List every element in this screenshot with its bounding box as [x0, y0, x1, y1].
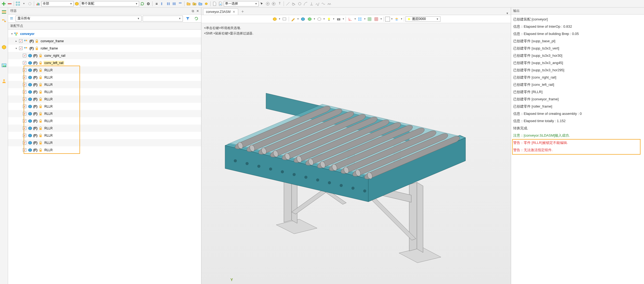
- tree-item-rllr[interactable]: ✓(F)RLLR: [8, 117, 201, 125]
- checkbox[interactable]: ✓: [23, 54, 26, 57]
- align-2-icon[interactable]: [166, 1, 171, 6]
- close-icon[interactable]: ✕: [233, 10, 235, 14]
- rail-user-icon[interactable]: [1, 77, 8, 84]
- tree-item-rllr[interactable]: ✓(F)RLLR: [8, 139, 201, 146]
- filter-combo[interactable]: 显示所有▼: [16, 16, 142, 22]
- arc-icon[interactable]: [303, 1, 308, 6]
- tree-item-rllr[interactable]: ✓(F)RLLR: [8, 110, 201, 117]
- close-panel-icon[interactable]: ✕: [196, 9, 199, 13]
- filter-combo-2[interactable]: ▼: [143, 16, 183, 22]
- align-1-icon[interactable]: [160, 1, 165, 6]
- tree-item-conv-left-rail[interactable]: ✓ (F) conv_left_rail: [8, 59, 201, 66]
- snap-pts-icon[interactable]: ⸚: [277, 1, 282, 6]
- layer-combo[interactable]: 图层0000 ▼: [406, 16, 440, 22]
- checkbox[interactable]: ✓: [19, 39, 23, 43]
- spline-icon[interactable]: [315, 1, 320, 6]
- checkbox[interactable]: ✓: [19, 47, 23, 50]
- doc2-icon[interactable]: [218, 1, 223, 6]
- tree-item-conveyor-frame[interactable]: ▸ ✓ (F) conveyor_frame: [8, 37, 201, 45]
- checkbox[interactable]: ✓: [23, 105, 26, 108]
- chart-icon[interactable]: [35, 1, 41, 6]
- output-body[interactable]: 已创建装配 [conveyor]信息：Elapsed time of Inter…: [511, 15, 644, 284]
- scope-combo[interactable]: 整个装配▼: [80, 1, 139, 6]
- tree-item-rllr[interactable]: ✓(F)RLLR: [8, 146, 201, 154]
- tree-item-rllr[interactable]: ✓(F)RLLR: [8, 125, 201, 132]
- checkbox[interactable]: ✓: [23, 148, 26, 152]
- folder-out-icon[interactable]: [192, 1, 197, 6]
- checkbox[interactable]: ✓: [23, 126, 26, 130]
- grid-off-icon[interactable]: [373, 16, 379, 22]
- align-left-icon[interactable]: ≡: [154, 1, 159, 6]
- checkbox[interactable]: ✓: [23, 134, 26, 137]
- checkbox[interactable]: ✓: [23, 68, 26, 72]
- checkbox[interactable]: ✓: [23, 76, 26, 79]
- folder-in-icon[interactable]: [198, 1, 203, 6]
- dropdown-icon[interactable]: ▼: [21, 1, 27, 6]
- tree-item-rllr[interactable]: ✓(F)RLLR: [8, 66, 201, 74]
- refresh-icon[interactable]: [140, 1, 145, 6]
- rail-cube-icon[interactable]: [1, 44, 8, 51]
- checkbox[interactable]: ✓: [23, 119, 26, 123]
- zigzag-icon[interactable]: [327, 1, 332, 6]
- doc-icon[interactable]: [212, 1, 217, 6]
- checkbox[interactable]: ✓: [23, 97, 26, 101]
- pencil-icon[interactable]: [290, 16, 296, 22]
- circle-icon[interactable]: [297, 1, 302, 6]
- collapse-icon[interactable]: ⧉: [192, 9, 194, 13]
- tree-root[interactable]: ▾ conveyor: [8, 30, 201, 37]
- cube-blue-icon[interactable]: [300, 16, 306, 22]
- circle-tool-icon[interactable]: [27, 1, 32, 6]
- folder-icon[interactable]: [186, 1, 191, 6]
- filter-all-combo[interactable]: 全部▼: [41, 1, 74, 6]
- pattern-icon[interactable]: [15, 1, 21, 6]
- grid-small-icon[interactable]: [357, 16, 363, 22]
- checkbox[interactable]: ✓: [23, 112, 26, 115]
- play-icon[interactable]: [271, 1, 276, 6]
- checkbox[interactable]: ✓: [23, 90, 26, 94]
- align-4-icon[interactable]: [178, 1, 183, 6]
- tree-item-rllr[interactable]: ✓(F)RLLR: [8, 132, 201, 139]
- line-icon[interactable]: [285, 1, 291, 6]
- view-screen-icon[interactable]: [281, 16, 287, 22]
- remove-icon[interactable]: [7, 1, 12, 6]
- checkbox[interactable]: ✓: [23, 83, 26, 86]
- align-3-icon[interactable]: [172, 1, 177, 6]
- show-icon[interactable]: [9, 16, 15, 21]
- expand-icon[interactable]: ▾: [15, 47, 18, 50]
- view-cube-icon[interactable]: [272, 16, 278, 22]
- checkbox[interactable]: ✓: [23, 61, 26, 65]
- tab-menu-icon[interactable]: ▼: [506, 12, 509, 15]
- tree-item-rllr[interactable]: ✓(F)RLLR: [8, 74, 201, 81]
- layers-icon[interactable]: [394, 16, 400, 22]
- cubes-icon[interactable]: [204, 1, 209, 6]
- tree-item-roller-frame[interactable]: ▾ ✓ (F) roller_frame: [8, 45, 201, 52]
- refresh-filter-icon[interactable]: [193, 15, 200, 22]
- tree-item-rllr[interactable]: ✓(F)RLLR: [8, 88, 201, 95]
- rail-image-icon[interactable]: [1, 62, 8, 69]
- funnel-icon[interactable]: [184, 15, 191, 22]
- rail-tree-icon[interactable]: [1, 9, 8, 16]
- tree-item-conv-right-rail[interactable]: ✓ (F) conv_right_rail: [8, 52, 201, 59]
- cube-yellow-icon[interactable]: [74, 1, 79, 6]
- expand-icon[interactable]: ▾: [10, 32, 13, 35]
- bulb-icon[interactable]: [326, 16, 332, 22]
- coord-icon[interactable]: [347, 16, 353, 22]
- color-swatch[interactable]: [385, 17, 390, 22]
- grid-on-icon[interactable]: [367, 16, 372, 22]
- tab-conveyor[interactable]: conveyor.Z3ASM ✕: [203, 8, 238, 15]
- cursor-icon[interactable]: [259, 1, 265, 6]
- tree-item-rllr[interactable]: ✓(F)RLLR: [8, 95, 201, 103]
- select-mode-combo[interactable]: 单一选择▼: [224, 1, 259, 6]
- expand-icon[interactable]: ▸: [15, 40, 18, 42]
- wave-icon[interactable]: [321, 1, 326, 6]
- perp-icon[interactable]: [309, 1, 314, 6]
- checkbox[interactable]: ✓: [23, 141, 26, 144]
- gear-icon[interactable]: ⚙: [146, 1, 151, 6]
- tree-item-rllr[interactable]: ✓(F)RLLR: [8, 103, 201, 110]
- wireframe-icon[interactable]: [316, 16, 322, 22]
- target-icon[interactable]: [265, 1, 270, 6]
- viewport-3d[interactable]: <单击右键>环境相关选项. <Shift +鼠标右键>显示选择过滤器.: [201, 23, 511, 284]
- tangent-icon[interactable]: [291, 1, 296, 6]
- assembly-tree[interactable]: ▾ conveyor ▸ ✓ (F) conveyor_frame ▾ ✓ (F…: [8, 30, 201, 284]
- camera-icon[interactable]: [336, 16, 342, 22]
